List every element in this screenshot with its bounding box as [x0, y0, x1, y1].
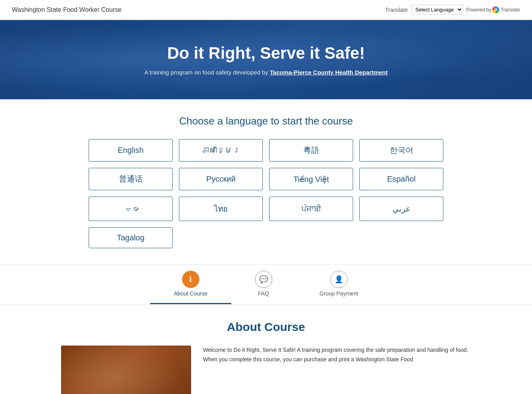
hero-subtitle-prefix: A training program on food safety develo…	[144, 69, 270, 76]
language-button-12[interactable]: Tagalog	[89, 227, 173, 248]
tabs-container: ℹAbout Course💬FAQ👤Group Payment	[0, 264, 532, 305]
tab-about-course[interactable]: ℹAbout Course	[150, 264, 231, 304]
translate-label: Translate	[385, 7, 408, 13]
language-heading: Choose a language to start the course	[61, 115, 471, 127]
translate-area: Translate Select Language Powered by G T…	[385, 5, 520, 15]
language-button-0[interactable]: English	[89, 139, 173, 162]
language-button-3[interactable]: 한국어	[359, 139, 443, 162]
tab-label-0: About Course	[174, 290, 208, 297]
tabs: ℹAbout Course💬FAQ👤Group Payment	[89, 264, 443, 304]
language-button-10[interactable]: ਪੰਜਾਬੀ	[269, 197, 353, 221]
site-header: Washington State Food Worker Course Tran…	[0, 0, 532, 20]
language-button-4[interactable]: 普通话	[89, 168, 173, 190]
language-button-6[interactable]: Tiếng Việt	[269, 168, 353, 190]
hero-section: Do it Right, Serve it Safe! A training p…	[0, 20, 532, 99]
language-button-7[interactable]: Español	[359, 168, 443, 190]
site-title: Washington State Food Worker Course	[12, 6, 121, 13]
google-translate-label: Translate	[500, 7, 520, 13]
tab-group-payment[interactable]: 👤Group Payment	[296, 264, 382, 304]
tab-label-2: Group Payment	[320, 290, 358, 297]
language-grid: Englishភាសាខ្មែរ粵語한국어普通话РусскийTiếng Việ…	[89, 139, 443, 248]
about-heading: About Course	[61, 320, 471, 334]
language-button-5[interactable]: Русский	[179, 168, 263, 190]
language-button-1[interactable]: ភាសាខ្មែរ	[179, 139, 263, 162]
language-button-2[interactable]: 粵語	[269, 139, 353, 162]
about-image-inner	[61, 346, 191, 394]
powered-by-text: Powered by	[466, 7, 491, 13]
tab-label-1: FAQ	[258, 290, 269, 297]
language-select[interactable]: Select Language	[411, 5, 463, 15]
about-text: Welcome to Do it Right, Serve It Safe! A…	[203, 346, 471, 364]
language-button-8[interactable]: ဗမာ	[89, 197, 173, 221]
about-section: About Course Welcome to Do it Right, Ser…	[49, 305, 483, 394]
about-content: Welcome to Do it Right, Serve It Safe! A…	[61, 346, 471, 394]
language-section: Choose a language to start the course En…	[49, 99, 483, 264]
hero-subtitle-link[interactable]: Tacoma-Pierce County Health Department	[270, 69, 388, 76]
hero-subtitle: A training program on food safety develo…	[144, 69, 388, 76]
tab-icon-0: ℹ	[182, 271, 199, 288]
tab-icon-1: 💬	[255, 271, 272, 288]
language-button-9[interactable]: ไทย	[179, 197, 263, 221]
tab-faq[interactable]: 💬FAQ	[231, 264, 296, 304]
tab-icon-2: 👤	[330, 271, 348, 288]
google-icon: G	[492, 6, 499, 13]
hero-title: Do it Right, Serve it Safe!	[167, 44, 365, 63]
language-button-11[interactable]: عربي	[359, 197, 443, 221]
about-image	[61, 346, 191, 394]
powered-by: Powered by G Translate	[466, 6, 520, 13]
